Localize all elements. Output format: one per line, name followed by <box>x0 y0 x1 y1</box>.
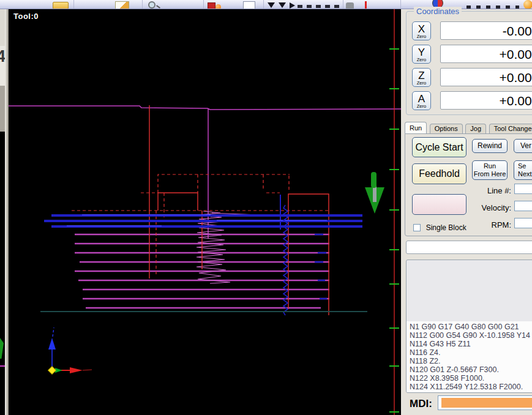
record-dot-icon[interactable] <box>215 4 221 9</box>
single-block-option: Single Block <box>413 222 466 231</box>
zero-y-button[interactable]: Y Zero <box>412 45 431 64</box>
zero-a-button[interactable]: A Zero <box>412 91 431 110</box>
toolpath-rapids-dashed <box>72 174 331 275</box>
axis-indicator <box>48 327 92 374</box>
mach3-window: 4 <box>0 0 532 415</box>
single-block-label: Single Block <box>426 223 466 232</box>
run-from-here-button[interactable]: Run From Here <box>472 160 508 180</box>
stop-button[interactable] <box>412 194 466 215</box>
cycle-start-button[interactable]: Cycle Start <box>412 137 466 157</box>
stop-icon[interactable] <box>208 2 215 9</box>
gcode-line[interactable]: N122 X8.3958 F1000. <box>410 374 532 383</box>
edit-file-icon[interactable] <box>115 1 129 9</box>
rpm-label: RPM: <box>462 220 511 230</box>
toolbar-separator <box>73 0 74 9</box>
set-next-line-button[interactable]: Se Next <box>514 160 532 180</box>
tab-jog[interactable]: Jog <box>465 124 486 133</box>
dro-row-z: Z Zero +0.0000 <box>406 68 532 88</box>
dro-z-value[interactable]: +0.0000 <box>440 68 532 86</box>
gcode-list[interactable]: N1 G90 G17 G40 G80 G00 G21 N112 G00 G54 … <box>406 260 532 393</box>
rewind-button[interactable]: Rewind <box>472 139 508 153</box>
coordinates-group: Coordinates X Zero -0.0000 Y Zero +0.000… <box>406 11 532 115</box>
line-number-input[interactable] <box>514 184 532 194</box>
document-icon[interactable] <box>243 1 255 9</box>
coordinates-legend: Coordinates <box>414 7 462 16</box>
tool-label: Tool:0 <box>13 12 39 21</box>
toolbar-separator <box>263 0 264 9</box>
phone-icon[interactable] <box>346 2 354 9</box>
verify-button[interactable]: Ver <box>514 139 532 153</box>
gcode-line[interactable]: N112 G00 G54 G90 X-10.1958 Y14 <box>410 331 532 340</box>
feedhold-button[interactable]: Feedhold <box>412 163 466 184</box>
gcode-lines: N1 G90 G17 G40 G80 G00 G21 N112 G00 G54 … <box>406 321 532 392</box>
x-axis-arrow <box>70 367 83 373</box>
dro-y-value[interactable]: +0.0000 <box>440 45 532 63</box>
arrow-down-icon[interactable] <box>279 2 286 8</box>
tab-tool-change[interactable]: Tool Change <box>489 124 532 133</box>
background-arrow-fragment <box>0 338 4 359</box>
gcode-line[interactable]: N1 G90 G17 G40 G80 G00 G21 <box>410 323 532 331</box>
background-window-sliver <box>0 9 5 46</box>
tab-options[interactable]: Options <box>430 124 463 133</box>
background-partial-glyph: 4 <box>0 47 5 66</box>
arrow-down-icon[interactable] <box>268 2 275 8</box>
background-window-sliver <box>0 86 5 132</box>
toolbar-separator <box>343 0 343 9</box>
zero-z-button[interactable]: Z Zero <box>412 68 431 87</box>
gcode-line[interactable]: N124 X11.2549 Y12.5318 F2000. <box>410 383 532 391</box>
plunge-arrow-icon <box>365 172 384 214</box>
control-panel: Coordinates X Zero -0.0000 Y Zero +0.000… <box>401 9 532 415</box>
rpm-input[interactable] <box>514 218 532 228</box>
tab-run[interactable]: Run <box>405 122 427 133</box>
tab-bar: Run Options Jog Tool Change <box>405 122 532 134</box>
zero-x-button[interactable]: X Zero <box>412 21 431 40</box>
zoom-tool-icon[interactable] <box>148 1 155 9</box>
orange-sphere-icon[interactable] <box>523 0 532 9</box>
dro-x-value[interactable]: -0.0000 <box>440 21 532 40</box>
red-bar-icon[interactable] <box>365 1 367 9</box>
toolbar-separator <box>142 0 143 9</box>
mdi-input-highlight <box>441 398 532 408</box>
dro-row-y: Y Zero +0.0000 <box>406 45 532 64</box>
axis-origin-marker <box>48 367 56 375</box>
gcode-line[interactable]: N114 G43 H5 Z11 <box>410 340 532 348</box>
background-window-sliver <box>0 132 5 415</box>
toolbar-glyph-fragments[interactable] <box>298 5 340 8</box>
z-axis-arrow <box>48 338 56 350</box>
background-line-fragment <box>0 365 5 367</box>
toolpath-viewport[interactable]: Tool:0 <box>9 9 401 415</box>
gcode-line[interactable]: N118 Z2. <box>410 357 532 365</box>
toolpath-display <box>9 9 401 415</box>
dro-row-a: A Zero +0.0000 <box>406 91 532 111</box>
toolpath-blue-feeds <box>44 195 362 315</box>
mdi-label: MDI: <box>410 398 432 410</box>
toolbar-glyph-fragments[interactable] <box>466 6 519 9</box>
velocity-label: Velocity: <box>462 203 511 212</box>
velocity-input[interactable] <box>514 201 532 211</box>
zoom-tool-handle-icon[interactable] <box>156 5 160 9</box>
open-folder-icon[interactable] <box>53 2 69 9</box>
arrow-right-icon[interactable] <box>290 2 295 9</box>
mdi-input[interactable] <box>438 395 532 410</box>
dro-a-value[interactable]: +0.0000 <box>440 91 532 110</box>
toolbar-separator <box>203 0 204 9</box>
dro-row-x: X Zero -0.0000 <box>406 21 532 41</box>
single-block-checkbox[interactable] <box>413 224 421 231</box>
gcode-line[interactable]: N120 G01 Z-0.5667 F300. <box>410 365 532 374</box>
gcode-line[interactable]: N116 Z4. <box>410 348 532 357</box>
line-number-label: Line #: <box>462 186 511 195</box>
status-bar <box>406 241 532 254</box>
background-window-sliver: 4 <box>0 46 5 86</box>
toolbar-separator <box>400 0 401 9</box>
